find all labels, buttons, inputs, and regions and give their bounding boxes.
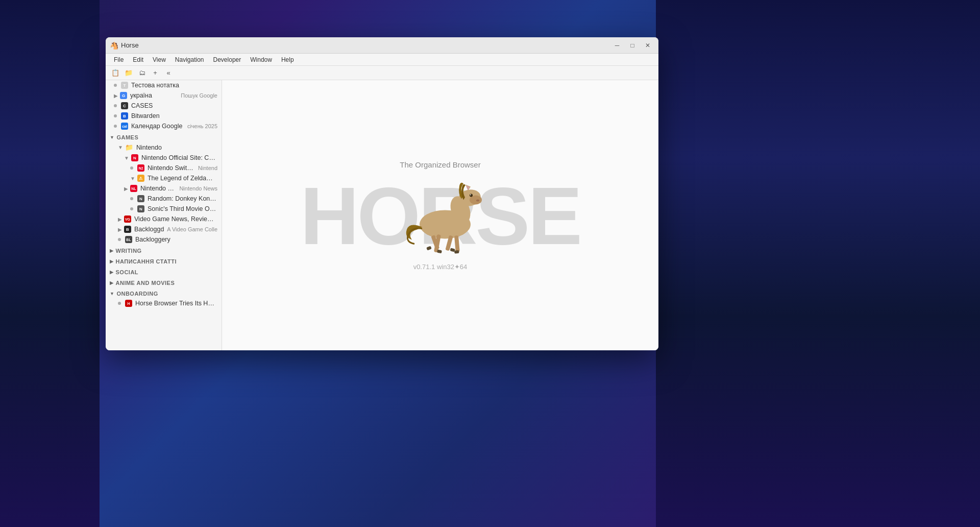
chevron-napysannia-icon: ▶ (110, 259, 114, 264)
toolbar-clipboard-btn[interactable]: 📋 (110, 68, 121, 78)
chevron-icon: ▶ (114, 93, 118, 99)
section-label-writing: WRITING (116, 248, 142, 254)
sidebar-item-nintendolife[interactable]: ▶ NL Nintendo Life Nintendo News (106, 183, 222, 194)
svg-point-5 (470, 194, 473, 197)
sidebar-item-sonic[interactable]: N Sonic's Third Movie Outing (106, 204, 222, 214)
menu-developer[interactable]: Developer (209, 55, 246, 64)
svg-rect-15 (427, 246, 432, 250)
sidebar-item-bitwarden[interactable]: B Bitwarden (106, 111, 222, 121)
svg-point-4 (476, 199, 479, 201)
favicon-vgn: VG (124, 215, 131, 223)
toolbar: 📋 📁 🗂 + « (106, 66, 658, 80)
close-button[interactable]: ✕ (641, 40, 654, 51)
sidebar: T Тестова нотатка ▶ G україна Пошук Goog… (106, 80, 222, 350)
sidebar-item-ukraina[interactable]: ▶ G україна Пошук Google (106, 90, 222, 101)
chevron-icon: ▶ (124, 186, 128, 191)
chevron-icon: ▶ (118, 217, 122, 222)
bullet-icon (130, 166, 133, 170)
favicon-donkey: N (137, 195, 144, 202)
favicon-bitwarden: B (121, 112, 128, 119)
toolbar-collapse-btn[interactable]: « (163, 68, 174, 78)
toolbar-folder-btn[interactable]: 📁 (123, 68, 134, 78)
sidebar-item-nintendo-official[interactable]: ▼ N Nintendo Official Site: Conso (106, 153, 222, 163)
sidebar-section-games[interactable]: ▼ GAMES (106, 131, 222, 142)
maximize-button[interactable]: □ (626, 40, 639, 51)
bullet-icon (114, 104, 117, 107)
favicon-testa: T (121, 82, 128, 89)
menu-navigation[interactable]: Navigation (171, 55, 208, 64)
menu-window[interactable]: Window (246, 55, 276, 64)
sidebar-subtitle-gcal: січень 2025 (187, 123, 217, 129)
toolbar-tab-btn[interactable]: 🗂 (136, 68, 148, 78)
folder-icon: 📁 (125, 143, 133, 151)
sidebar-label-horsebrowser: Horse Browser Tries Its Hooves (135, 300, 217, 307)
horse-image (394, 168, 496, 260)
chevron-anime-icon: ▶ (110, 280, 114, 285)
sidebar-item-switch2[interactable]: N2 Nintendo Switch 2 Nintend (106, 163, 222, 173)
section-label-anime: ANIME AND MOVIES (116, 280, 175, 286)
bullet-icon (130, 197, 133, 200)
chevron-icon: ▼ (118, 145, 123, 150)
main-panel: The Organized Browser HORSE (222, 80, 658, 350)
section-label-napysannia: НАПИСАННЯ СТАТТІ (116, 258, 177, 265)
sidebar-label-ukraina: україна (130, 92, 179, 99)
svg-rect-10 (454, 235, 460, 252)
sidebar-label-donkey: Random: Donkey Kong Cou (148, 195, 217, 202)
favicon-switch2: N2 (137, 164, 144, 172)
favicon-sonic: N (137, 205, 144, 212)
bullet-icon (114, 84, 117, 87)
sidebar-label-gcal: Календар Google (131, 123, 185, 130)
sidebar-item-zelda[interactable]: ▼ ⚠ The Legend of Zelda™: Breat (106, 173, 222, 183)
sidebar-section-social[interactable]: ▶ SOCIAL (106, 266, 222, 277)
horse-wordmark: HORSE (300, 175, 580, 257)
favicon-backloggery: BL (125, 236, 132, 243)
sidebar-subtitle-ukraina: Пошук Google (181, 92, 217, 99)
logo-container: The Organized Browser HORSE (300, 160, 580, 271)
menu-view[interactable]: View (149, 55, 170, 64)
menu-help[interactable]: Help (277, 55, 298, 64)
chevron-icon: ▶ (118, 227, 122, 232)
svg-rect-16 (437, 249, 443, 253)
menu-edit[interactable]: Edit (129, 55, 148, 64)
sidebar-label-vgn: Video Game News, Reviews, an (134, 215, 217, 223)
sidebar-item-nintendo-group[interactable]: ▼ 📁 Nintendo (106, 142, 222, 153)
sidebar-item-donkey[interactable]: N Random: Donkey Kong Cou (106, 194, 222, 204)
favicon-nintendolife: NL (130, 185, 137, 192)
sidebar-item-gcal[interactable]: cal Календар Google січень 2025 (106, 121, 222, 131)
sidebar-label-backloggd: Backloggd (134, 226, 165, 233)
sidebar-subtitle-nintendolife: Nintendo News (179, 185, 217, 191)
sidebar-section-napysannia[interactable]: ▶ НАПИСАННЯ СТАТТІ (106, 255, 222, 266)
chevron-games-icon: ▼ (110, 135, 114, 140)
sidebar-label-bitwarden: Bitwarden (131, 112, 217, 119)
section-label-games: GAMES (116, 134, 138, 140)
section-label-social: SOCIAL (116, 269, 139, 275)
sidebar-item-testova[interactable]: T Тестова нотатка (106, 80, 222, 90)
svg-rect-14 (454, 250, 459, 253)
sidebar-section-writing[interactable]: ▶ WRITING (106, 245, 222, 255)
favicon-google: G (120, 92, 127, 99)
favicon-gcal: cal (121, 123, 128, 130)
minimize-button[interactable]: ─ (610, 40, 624, 51)
sidebar-label-nintendolife: Nintendo Life (140, 185, 177, 192)
bullet-icon (130, 207, 133, 210)
favicon-zelda: ⚠ (137, 175, 144, 182)
horse-svg (394, 168, 496, 260)
sidebar-subtitle-switch2: Nintend (198, 165, 217, 171)
bullet-icon (118, 302, 121, 305)
sidebar-section-onboarding[interactable]: ▼ ONBOARDING (106, 288, 222, 298)
sidebar-item-backloggery[interactable]: BL Backloggery (106, 234, 222, 245)
sidebar-section-anime[interactable]: ▶ ANIME AND MOVIES (106, 277, 222, 288)
app-icon: 🐴 (110, 41, 118, 50)
version-text: v0.71.1 win32✦64 (413, 263, 468, 271)
sidebar-item-horsebrowser[interactable]: H Horse Browser Tries Its Hooves (106, 298, 222, 308)
sidebar-subtitle-backloggd: A Video Game Colle (167, 226, 217, 232)
menu-file[interactable]: File (110, 55, 128, 64)
sidebar-label-switch2: Nintendo Switch 2 (148, 164, 196, 172)
sidebar-item-backloggd[interactable]: ▶ B Backloggd A Video Game Colle (106, 224, 222, 234)
toolbar-add-btn[interactable]: + (150, 68, 161, 78)
sidebar-item-vgn[interactable]: ▶ VG Video Game News, Reviews, an (106, 214, 222, 224)
sidebar-label-nintendo-official: Nintendo Official Site: Conso (141, 154, 217, 161)
chevron-icon: ▼ (124, 155, 129, 161)
sidebar-item-cases[interactable]: C CASES (106, 101, 222, 111)
chevron-onboarding-icon: ▼ (110, 291, 114, 296)
